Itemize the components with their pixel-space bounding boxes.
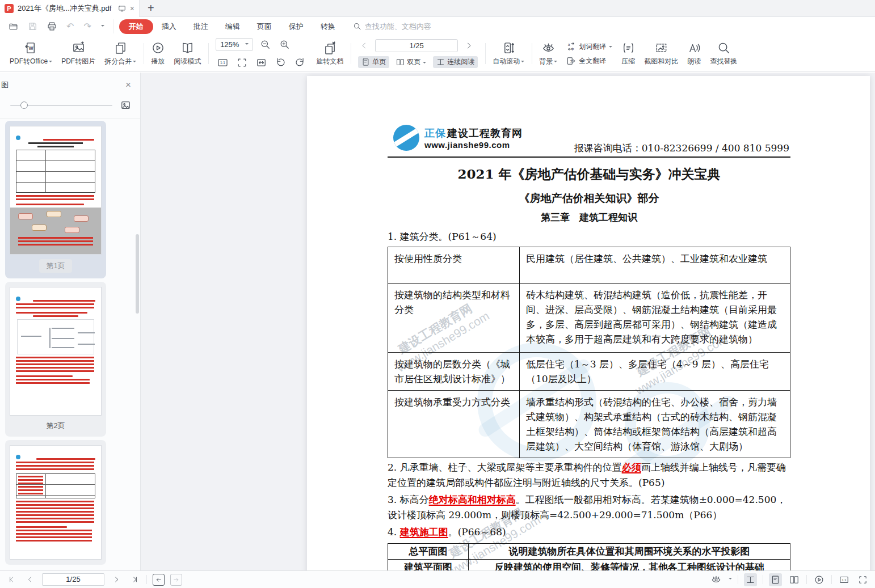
monitor-icon[interactable] bbox=[118, 5, 126, 12]
thumbnail-page-2[interactable]: 第2页 bbox=[5, 282, 106, 437]
last-page-icon[interactable] bbox=[128, 573, 141, 586]
auto-scroll-label: 自动滚动 bbox=[493, 57, 520, 66]
continuous-reading-toggle[interactable]: 连续阅读 bbox=[433, 56, 478, 68]
panel-close-icon[interactable]: × bbox=[125, 79, 131, 91]
search-box[interactable] bbox=[353, 22, 450, 31]
menu-start[interactable]: 开始 bbox=[119, 19, 153, 34]
thumbnail-page-3[interactable] bbox=[5, 440, 106, 565]
thumb-decor bbox=[43, 139, 94, 141]
first-page-icon[interactable] bbox=[6, 573, 18, 586]
screenshot-compare-button[interactable]: 截图和对比 bbox=[644, 41, 678, 66]
thumbnail-page-2-label[interactable]: 第2页 bbox=[46, 421, 65, 430]
brand-name: 建设工程教育网 bbox=[447, 128, 523, 139]
thumb-decor bbox=[52, 347, 74, 348]
zoom-level-value: 125% bbox=[220, 40, 239, 49]
thumb-decor bbox=[16, 526, 67, 528]
divider bbox=[738, 575, 738, 584]
table-row: 总平面图 说明建筑物所在具体位置和其周围环境关系的水平投影图 bbox=[388, 544, 790, 560]
menu-insert[interactable]: 插入 bbox=[153, 19, 185, 34]
next-page-icon[interactable] bbox=[463, 40, 475, 52]
divider bbox=[146, 575, 147, 584]
background-button[interactable] bbox=[709, 573, 723, 586]
auto-scroll-icon bbox=[502, 41, 515, 54]
zoom-out-icon[interactable] bbox=[258, 37, 272, 52]
thumb-decor bbox=[16, 303, 94, 310]
close-tab-icon[interactable]: × bbox=[130, 5, 134, 12]
redo-icon[interactable]: ↷ bbox=[82, 19, 92, 33]
pdf-to-office-button[interactable]: W PDF转Office bbox=[10, 41, 52, 66]
word-translate-button[interactable]: a中 划词翻译 bbox=[566, 42, 612, 52]
compress-button[interactable]: 压缩 bbox=[621, 41, 635, 66]
table-cell: 按建筑物的层数分类（《城市居住区规划设计标准》） bbox=[388, 353, 520, 391]
single-page-toggle[interactable] bbox=[769, 573, 782, 586]
table-cell: 砖木结构建筑、砖混结构建筑（造价低，抗震性能差，开间、进深、层高受限）、钢筋混凝… bbox=[520, 284, 790, 353]
document-area[interactable]: 建设工程教育网www.jianshe99.com 建设工程教育网www.jian… bbox=[141, 73, 875, 570]
continuous-reading-toggle[interactable] bbox=[744, 573, 757, 586]
find-replace-button[interactable]: 查找替换 bbox=[710, 41, 737, 66]
content-area: 图 × bbox=[0, 73, 875, 570]
play-button[interactable] bbox=[813, 573, 826, 586]
save-icon[interactable] bbox=[26, 20, 39, 33]
menu-protect[interactable]: 保护 bbox=[280, 19, 312, 34]
customize-toolbar-caret-icon[interactable] bbox=[99, 23, 106, 30]
menu-edit[interactable]: 编辑 bbox=[217, 19, 249, 34]
page-indicator-input[interactable]: 1/25 bbox=[42, 573, 104, 586]
rotate-document-button[interactable]: 旋转文档 bbox=[316, 41, 343, 66]
single-page-toggle[interactable]: 单页 bbox=[358, 56, 389, 68]
new-tab-button[interactable]: + bbox=[148, 2, 154, 15]
actual-size-icon[interactable]: 1:1 bbox=[216, 56, 230, 70]
previous-page-icon[interactable] bbox=[24, 573, 36, 586]
document-tab[interactable]: P 2021年《房地...冲关宝典.pdf × bbox=[0, 0, 140, 17]
undo-icon[interactable]: ↶ bbox=[65, 19, 75, 33]
previous-page-icon[interactable] bbox=[358, 40, 370, 52]
actual-size-button[interactable]: 1:1 bbox=[838, 573, 851, 586]
zoom-level-select[interactable]: 125% bbox=[216, 38, 253, 51]
pdf-to-image-button[interactable]: PDF转图片 bbox=[61, 41, 95, 66]
reading-mode-button[interactable]: 阅读模式 bbox=[174, 41, 201, 66]
menu-convert[interactable]: 转换 bbox=[312, 19, 344, 34]
auto-scroll-button[interactable]: 自动滚动 bbox=[493, 41, 524, 66]
print-icon[interactable] bbox=[45, 20, 58, 33]
double-page-toggle[interactable]: 双页 bbox=[393, 56, 430, 68]
menu-page[interactable]: 页面 bbox=[249, 19, 280, 34]
fit-page-icon[interactable] bbox=[235, 56, 249, 70]
thumbnail-page-1[interactable]: 第1页 bbox=[5, 121, 106, 278]
rotate-left-icon[interactable] bbox=[274, 56, 288, 70]
read-aloud-icon bbox=[688, 41, 701, 54]
thumb-decor bbox=[18, 476, 43, 496]
zoom-in-icon[interactable] bbox=[277, 37, 292, 52]
rotate-right-icon[interactable] bbox=[293, 56, 307, 70]
table-cell: 按建筑物的结构类型和材料分类 bbox=[388, 284, 520, 353]
find-replace-icon bbox=[717, 41, 730, 54]
search-input[interactable] bbox=[365, 22, 450, 31]
thumb-diagram-node bbox=[74, 215, 89, 222]
chevron-down-icon bbox=[423, 62, 426, 65]
split-merge-icon bbox=[114, 41, 127, 54]
menu-comment[interactable]: 批注 bbox=[185, 19, 217, 34]
thumb-decor bbox=[16, 375, 73, 377]
background-button[interactable]: 背景 bbox=[539, 41, 557, 66]
full-translate-button[interactable]: 文 全文翻译 bbox=[566, 56, 612, 66]
thumbnail-page-1-label[interactable]: 第1页 bbox=[39, 259, 71, 273]
view-back-button[interactable] bbox=[153, 574, 165, 586]
find-replace-label: 查找替换 bbox=[710, 57, 737, 66]
read-aloud-button[interactable]: 朗读 bbox=[687, 41, 701, 66]
highlighted-term: 必须 bbox=[622, 462, 641, 473]
thumbnail-size-slider[interactable] bbox=[10, 105, 112, 106]
open-file-icon[interactable] bbox=[7, 20, 20, 33]
play-icon bbox=[814, 575, 824, 585]
sidebar-scrollbar[interactable] bbox=[136, 234, 139, 314]
ribbon-group-autoscroll: 自动滚动 bbox=[485, 36, 532, 71]
view-forward-button[interactable] bbox=[170, 574, 182, 586]
fit-width-icon[interactable] bbox=[254, 56, 268, 70]
double-page-toggle[interactable] bbox=[788, 573, 801, 586]
table-cell: 按使用性质分类 bbox=[388, 247, 520, 284]
next-page-icon[interactable] bbox=[110, 573, 123, 586]
slider-knob[interactable] bbox=[20, 101, 28, 109]
chevron-down-icon bbox=[554, 61, 557, 64]
play-button[interactable]: 播放 bbox=[151, 41, 165, 66]
thumbnail-view-icon[interactable] bbox=[120, 100, 131, 111]
split-merge-button[interactable]: 拆分合并 bbox=[104, 41, 136, 66]
fit-page-button[interactable] bbox=[856, 573, 869, 586]
page-indicator-input[interactable]: 1/25 bbox=[375, 39, 458, 52]
